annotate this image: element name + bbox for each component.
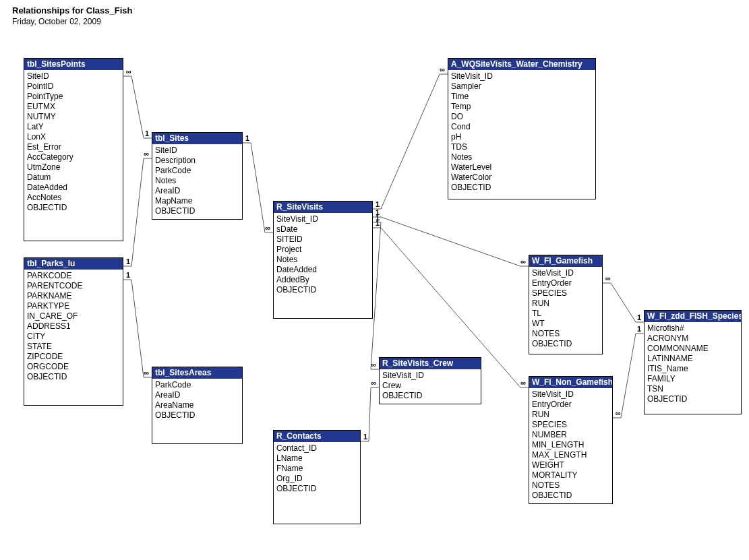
field[interactable]: ZIPCODE <box>27 352 120 362</box>
field[interactable]: ORGCODE <box>27 362 120 372</box>
entity-header[interactable]: tbl_SitesAreas <box>152 367 242 379</box>
field[interactable]: ITIS_Name <box>647 364 738 374</box>
field[interactable]: OBJECTID <box>155 410 239 421</box>
field[interactable]: WT <box>532 319 599 329</box>
field[interactable]: PARKCODE <box>27 271 120 281</box>
entity-tbl_SitesPoints[interactable]: tbl_SitesPointsSiteIDPointIDPointTypeEUT… <box>24 58 123 241</box>
field[interactable]: Datum <box>27 173 120 183</box>
field[interactable]: Sampler <box>451 82 593 92</box>
field[interactable]: MIN_LENGTH <box>532 440 609 450</box>
field[interactable]: Description <box>155 156 239 166</box>
entity-R_Contacts[interactable]: R_ContactsContact_IDLNameFNameOrg_IDOBJE… <box>273 430 361 524</box>
field[interactable]: SiteVisit_ID <box>532 390 609 400</box>
field[interactable]: PARENTCODE <box>27 281 120 291</box>
field[interactable]: EntryOrder <box>532 400 609 410</box>
field[interactable]: AreaID <box>155 390 239 400</box>
field[interactable]: IN_CARE_OF <box>27 311 120 321</box>
field[interactable]: DO <box>451 112 593 122</box>
field[interactable]: STATE <box>27 342 120 352</box>
field[interactable]: TDS <box>451 142 593 152</box>
field[interactable]: SiteVisit_ID <box>276 214 369 224</box>
field[interactable]: Cond <box>451 122 593 132</box>
field[interactable]: FName <box>276 464 357 474</box>
field[interactable]: AreaName <box>155 400 239 410</box>
field[interactable]: EntryOrder <box>532 278 599 288</box>
field[interactable]: OBJECTID <box>451 183 593 193</box>
entity-header[interactable]: R_SiteVisits_Crew <box>380 358 481 369</box>
field[interactable]: MORTALITY <box>532 470 609 480</box>
field[interactable]: LonX <box>27 132 120 142</box>
field[interactable]: SiteID <box>27 71 120 82</box>
field[interactable]: UtmZone <box>27 162 120 173</box>
entity-A_WQSiteVisits_Water_Chemistry[interactable]: A_WQSiteVisits_Water_ChemistrySiteVisit_… <box>448 58 596 199</box>
entity-W_FI_zdd_FISH_Species[interactable]: W_FI_zdd_FISH_SpeciesMicrofish#ACRONYMCO… <box>644 310 742 414</box>
entity-header[interactable]: W_FI_zdd_FISH_Species <box>645 311 741 322</box>
field[interactable]: Contact_ID <box>276 443 357 454</box>
field[interactable]: SPECIES <box>532 420 609 430</box>
field[interactable]: OBJECTID <box>647 394 738 404</box>
entity-header[interactable]: tbl_SitesPoints <box>24 59 123 70</box>
entity-header[interactable]: tbl_Sites <box>152 133 242 144</box>
field[interactable]: FAMILY <box>647 374 738 384</box>
field[interactable]: LatY <box>27 122 120 132</box>
field[interactable]: NOTES <box>532 480 609 491</box>
field[interactable]: OBJECTID <box>532 491 609 501</box>
field[interactable]: SPECIES <box>532 288 599 299</box>
field[interactable]: Notes <box>155 176 239 186</box>
field[interactable]: NUTMY <box>27 112 120 122</box>
field[interactable]: Notes <box>451 152 593 162</box>
field[interactable]: COMMONNAME <box>647 344 738 354</box>
entity-tbl_Parks_lu[interactable]: tbl_Parks_luPARKCODEPARENTCODEPARKNAMEPA… <box>24 257 123 406</box>
field[interactable]: RUN <box>532 299 599 309</box>
field[interactable]: OBJECTID <box>155 206 239 216</box>
field[interactable]: OBJECTID <box>276 285 369 295</box>
field[interactable]: PointType <box>27 92 120 102</box>
entity-R_SiteVisits[interactable]: R_SiteVisitsSiteVisit_IDsDateSITEIDProje… <box>273 201 373 319</box>
field[interactable]: OBJECTID <box>382 391 478 401</box>
field[interactable]: OBJECTID <box>27 203 120 213</box>
field[interactable]: TL <box>532 309 599 319</box>
field[interactable]: ParkCode <box>155 166 239 176</box>
field[interactable]: ADDRESS1 <box>27 321 120 332</box>
field[interactable]: RUN <box>532 410 609 420</box>
field[interactable]: Crew <box>382 381 478 391</box>
field[interactable]: AreaID <box>155 186 239 196</box>
field[interactable]: SiteVisit_ID <box>532 268 599 278</box>
field[interactable]: SiteID <box>155 146 239 156</box>
field[interactable]: OBJECTID <box>27 372 120 382</box>
field[interactable]: SiteVisit_ID <box>382 371 478 381</box>
field[interactable]: AddedBy <box>276 275 369 285</box>
field[interactable]: PointID <box>27 82 120 92</box>
field[interactable]: TSN <box>647 384 738 394</box>
field[interactable]: LName <box>276 454 357 464</box>
field[interactable]: sDate <box>276 224 369 235</box>
entity-tbl_Sites[interactable]: tbl_SitesSiteIDDescriptionParkCodeNotesA… <box>152 132 243 220</box>
field[interactable]: EUTMX <box>27 102 120 112</box>
entity-R_SiteVisits_Crew[interactable]: R_SiteVisits_CrewSiteVisit_IDCrewOBJECTI… <box>379 357 481 404</box>
field[interactable]: DateAdded <box>27 183 120 193</box>
field[interactable]: Notes <box>276 255 369 265</box>
entity-W_FI_Gamefish[interactable]: W_FI_GamefishSiteVisit_IDEntryOrderSPECI… <box>529 255 603 354</box>
field[interactable]: WaterColor <box>451 173 593 183</box>
field[interactable]: ParkCode <box>155 380 239 390</box>
field[interactable]: NUMBER <box>532 430 609 440</box>
entity-header[interactable]: A_WQSiteVisits_Water_Chemistry <box>448 59 595 70</box>
field[interactable]: pH <box>451 132 593 142</box>
field[interactable]: AccCategory <box>27 152 120 162</box>
field[interactable]: MAX_LENGTH <box>532 450 609 460</box>
field[interactable]: DateAdded <box>276 265 369 275</box>
entity-header[interactable]: tbl_Parks_lu <box>24 258 123 270</box>
field[interactable]: Est_Error <box>27 142 120 152</box>
field[interactable]: Project <box>276 245 369 255</box>
field[interactable]: LATINNAME <box>647 354 738 364</box>
entity-header[interactable]: R_SiteVisits <box>274 201 372 213</box>
field[interactable]: ACRONYM <box>647 334 738 344</box>
field[interactable]: CITY <box>27 332 120 342</box>
entity-header[interactable]: W_FI_Gamefish <box>529 255 602 267</box>
field[interactable]: Time <box>451 92 593 102</box>
field[interactable]: WEIGHT <box>532 460 609 470</box>
entity-tbl_SitesAreas[interactable]: tbl_SitesAreasParkCodeAreaIDAreaNameOBJE… <box>152 367 243 444</box>
field[interactable]: AccNotes <box>27 193 120 203</box>
field[interactable]: Temp <box>451 102 593 112</box>
field[interactable]: SITEID <box>276 235 369 245</box>
